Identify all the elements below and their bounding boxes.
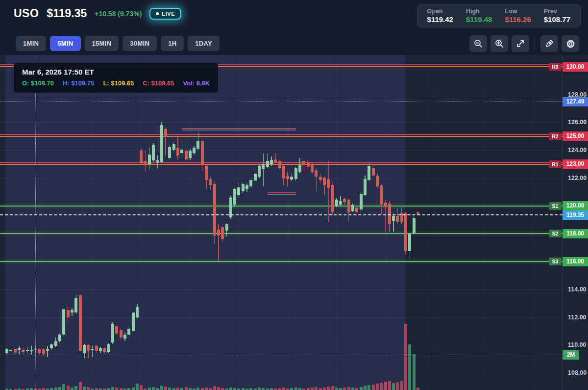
- tab-5min[interactable]: 5MIN: [50, 36, 80, 51]
- candle[interactable]: [172, 144, 175, 150]
- candle[interactable]: [221, 227, 224, 239]
- candle[interactable]: [245, 185, 248, 189]
- candle[interactable]: [298, 165, 301, 172]
- candle[interactable]: [196, 141, 199, 149]
- candle[interactable]: [111, 324, 114, 342]
- candle[interactable]: [331, 185, 334, 212]
- candle[interactable]: [127, 329, 130, 335]
- candle[interactable]: [343, 199, 346, 202]
- candle[interactable]: [193, 148, 196, 153]
- candle[interactable]: [392, 216, 395, 221]
- candle[interactable]: [270, 160, 273, 164]
- candle[interactable]: [71, 310, 74, 312]
- candle[interactable]: [282, 166, 285, 178]
- tab-30min[interactable]: 30MIN: [122, 36, 157, 51]
- candle[interactable]: [54, 341, 57, 346]
- candle[interactable]: [160, 125, 163, 162]
- candle[interactable]: [62, 309, 65, 335]
- candle[interactable]: [103, 348, 106, 352]
- candle[interactable]: [120, 330, 122, 338]
- candle[interactable]: [364, 179, 367, 195]
- candle[interactable]: [384, 203, 387, 206]
- candle[interactable]: [144, 161, 147, 165]
- candle[interactable]: [140, 151, 143, 163]
- candle[interactable]: [237, 187, 240, 195]
- candle[interactable]: [205, 166, 208, 180]
- candle[interactable]: [360, 194, 363, 209]
- candle[interactable]: [302, 161, 305, 165]
- tab-1h[interactable]: 1H: [161, 36, 184, 51]
- candle[interactable]: [132, 312, 135, 331]
- settings-button[interactable]: [562, 35, 579, 52]
- candle[interactable]: [185, 151, 188, 159]
- tab-1day[interactable]: 1DAY: [188, 36, 220, 51]
- candle[interactable]: [225, 224, 228, 231]
- candle[interactable]: [327, 179, 330, 188]
- candle[interactable]: [355, 208, 358, 212]
- candle[interactable]: [315, 170, 318, 177]
- tab-1min[interactable]: 1MIN: [16, 36, 46, 51]
- candle[interactable]: [233, 189, 236, 205]
- candle[interactable]: [254, 174, 257, 181]
- candle[interactable]: [213, 184, 216, 235]
- candle[interactable]: [249, 180, 252, 186]
- candle[interactable]: [136, 307, 139, 317]
- candle[interactable]: [79, 295, 82, 351]
- candle[interactable]: [115, 326, 118, 334]
- candle[interactable]: [107, 344, 110, 352]
- candle[interactable]: [408, 234, 411, 251]
- candle[interactable]: [83, 345, 86, 353]
- candle[interactable]: [290, 177, 293, 180]
- candle[interactable]: [217, 230, 220, 235]
- candle[interactable]: [274, 159, 277, 162]
- candle[interactable]: [95, 346, 98, 351]
- candle[interactable]: [404, 213, 407, 251]
- candle[interactable]: [262, 164, 265, 169]
- candle[interactable]: [286, 176, 289, 179]
- candle[interactable]: [164, 129, 167, 136]
- candle[interactable]: [278, 161, 281, 168]
- candle[interactable]: [319, 177, 322, 180]
- zoom-out-button[interactable]: [469, 35, 487, 52]
- candle[interactable]: [67, 310, 70, 317]
- candle[interactable]: [294, 168, 297, 179]
- candle[interactable]: [413, 218, 416, 233]
- candle[interactable]: [176, 148, 179, 156]
- candle[interactable]: [209, 179, 212, 185]
- candle[interactable]: [307, 163, 310, 167]
- candle[interactable]: [50, 344, 53, 348]
- draw-tool-button[interactable]: [540, 35, 558, 52]
- candle[interactable]: [380, 185, 383, 205]
- candle[interactable]: [156, 160, 159, 162]
- price-axis[interactable]: 128.00126.00124.00122.00114.00112.00110.…: [563, 55, 588, 390]
- candle[interactable]: [372, 168, 375, 176]
- candle[interactable]: [5, 349, 8, 353]
- candle[interactable]: [376, 176, 379, 186]
- candle[interactable]: [311, 164, 314, 172]
- candle[interactable]: [189, 151, 192, 158]
- candle[interactable]: [148, 155, 151, 164]
- candle[interactable]: [201, 141, 204, 165]
- candle[interactable]: [38, 349, 41, 353]
- tab-15min[interactable]: 15MIN: [85, 36, 119, 51]
- candle[interactable]: [14, 349, 17, 353]
- candle[interactable]: [87, 345, 90, 351]
- candle[interactable]: [152, 145, 155, 160]
- candle[interactable]: [180, 150, 183, 153]
- candle[interactable]: [91, 349, 94, 350]
- candle[interactable]: [339, 201, 342, 205]
- candle[interactable]: [42, 349, 45, 354]
- candle[interactable]: [368, 166, 370, 180]
- fullscreen-button[interactable]: [512, 35, 529, 52]
- candle[interactable]: [26, 350, 29, 351]
- candle[interactable]: [335, 200, 338, 206]
- candle[interactable]: [22, 350, 24, 352]
- candle[interactable]: [30, 350, 33, 351]
- candle[interactable]: [396, 216, 399, 222]
- candle[interactable]: [242, 184, 245, 191]
- candle[interactable]: [74, 298, 77, 312]
- candle[interactable]: [46, 349, 49, 351]
- zoom-in-button[interactable]: [490, 35, 508, 52]
- candle[interactable]: [123, 335, 126, 338]
- candle[interactable]: [258, 166, 261, 177]
